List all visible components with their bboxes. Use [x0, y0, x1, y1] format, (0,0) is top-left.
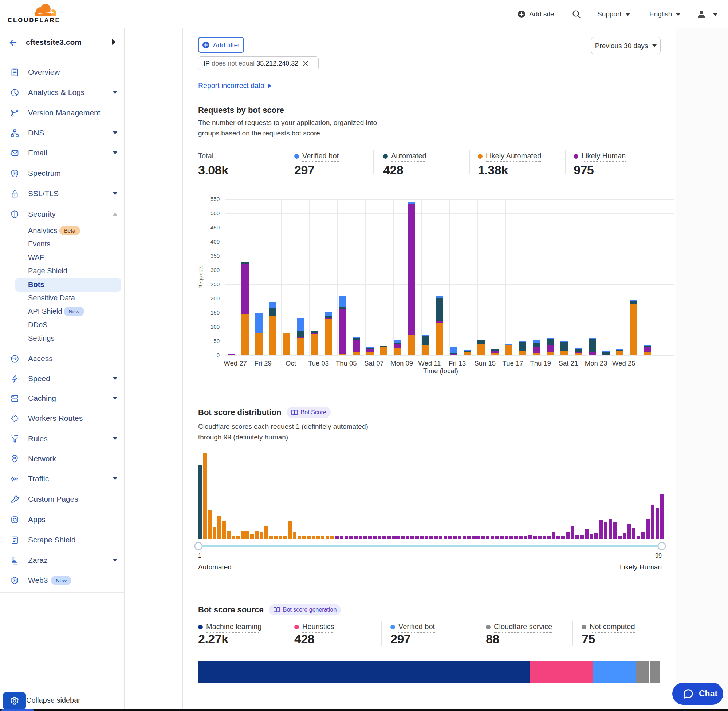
svg-text:Wed 25: Wed 25	[612, 359, 635, 367]
svg-text:Sun 15: Sun 15	[474, 359, 496, 367]
svg-text:Fri 13: Fri 13	[449, 359, 466, 367]
svg-text:Thu 19: Thu 19	[530, 359, 551, 367]
svg-text:350: 350	[211, 253, 220, 259]
svg-text:Oct: Oct	[285, 359, 296, 367]
svg-text:Fri 29: Fri 29	[255, 359, 272, 367]
svg-text:300: 300	[211, 267, 220, 273]
svg-text:Tue 17: Tue 17	[502, 359, 523, 367]
svg-text:Sat 21: Sat 21	[559, 359, 578, 367]
svg-text:Wed 27: Wed 27	[224, 359, 247, 367]
svg-text:400: 400	[211, 239, 220, 245]
svg-text:250: 250	[211, 281, 220, 287]
svg-text:Sat 07: Sat 07	[364, 359, 384, 367]
svg-text:Tue 03: Tue 03	[308, 359, 329, 367]
svg-text:100: 100	[211, 324, 220, 330]
svg-text:0: 0	[217, 352, 220, 358]
svg-text:Likely Human: Likely Human	[620, 563, 662, 571]
svg-text:Time (local): Time (local)	[423, 367, 458, 375]
svg-text:Automated: Automated	[198, 563, 232, 571]
svg-text:Mon 23: Mon 23	[585, 359, 607, 367]
svg-text:Thu 05: Thu 05	[336, 359, 357, 367]
svg-text:150: 150	[211, 310, 220, 316]
svg-text:50: 50	[213, 338, 220, 344]
svg-text:Wed 11: Wed 11	[418, 359, 441, 367]
svg-text:500: 500	[211, 210, 220, 216]
svg-text:200: 200	[211, 295, 220, 301]
svg-text:Requests: Requests	[197, 266, 204, 288]
svg-text:550: 550	[211, 196, 220, 202]
svg-text:1: 1	[198, 553, 201, 559]
svg-text:450: 450	[211, 224, 220, 230]
svg-text:Mon 09: Mon 09	[390, 359, 413, 367]
svg-text:99: 99	[655, 553, 662, 559]
